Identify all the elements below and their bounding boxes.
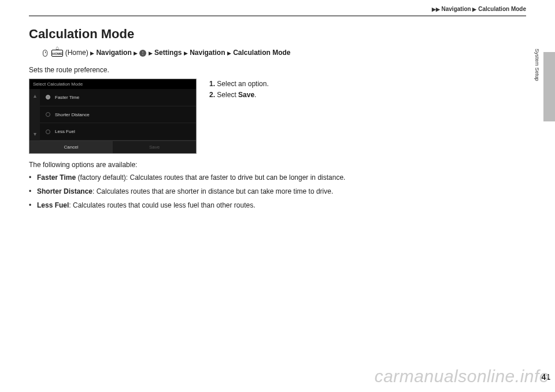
- chevron-right-icon: ▶: [432, 6, 436, 12]
- radio-option[interactable]: Less Fuel: [40, 123, 196, 140]
- option-desc: (factory default): Calculates routes tha…: [76, 173, 345, 182]
- option-name: Shorter Distance: [37, 187, 92, 195]
- home-icon: HOME: [51, 50, 63, 57]
- list-item: Less Fuel: Calculates routes that could …: [29, 200, 353, 210]
- breadcrumb: ▶▶ Navigation ▶ Calculation Mode: [29, 0, 526, 16]
- menu-dots-icon: ⋮: [139, 50, 146, 57]
- chevron-right-icon: ▶: [436, 6, 440, 12]
- chevron-right-icon: ▶: [184, 50, 188, 56]
- radio-option[interactable]: Shorter Distance: [40, 106, 196, 124]
- nav-step: Navigation: [96, 49, 131, 57]
- radio-label: Less Fuel: [55, 129, 75, 134]
- radio-option[interactable]: Faster Time: [40, 89, 196, 106]
- step-text-bold: Save: [238, 91, 254, 99]
- chevron-right-icon: ▶: [227, 50, 231, 56]
- radio-label: Faster Time: [55, 95, 79, 100]
- radio-icon: [46, 112, 50, 117]
- chevron-right-icon: ▶: [134, 50, 138, 56]
- breadcrumb-item: Navigation: [442, 6, 471, 12]
- section-tab: [543, 52, 555, 121]
- radio-label: Shorter Distance: [55, 112, 90, 117]
- chevron-right-icon: ▶: [90, 50, 94, 56]
- step-number: 2.: [209, 91, 215, 99]
- options-list: Faster Time (factory default): Calculate…: [29, 172, 353, 210]
- step-list: 1. Select an option. 2. Select Save.: [209, 79, 269, 154]
- page-number: 41: [541, 372, 550, 382]
- nav-home-label: (Home): [65, 49, 88, 57]
- divider: [29, 16, 526, 16]
- select-icon: [43, 50, 47, 57]
- option-desc: : Calculates routes that are shorter in …: [92, 187, 333, 195]
- save-button[interactable]: Save: [113, 140, 196, 153]
- page-title: Calculation Mode: [29, 27, 526, 42]
- step-item: 2. Select Save.: [209, 90, 269, 101]
- option-name: Faster Time: [37, 173, 76, 182]
- step-text: Select an option.: [217, 80, 268, 88]
- section-tab-label: System Setup: [534, 49, 540, 81]
- step-number: 1.: [209, 80, 215, 88]
- option-name: Less Fuel: [37, 201, 69, 209]
- list-item: Faster Time (factory default): Calculate…: [29, 172, 353, 183]
- radio-icon: [46, 95, 50, 99]
- cancel-button[interactable]: Cancel: [29, 140, 113, 153]
- chevron-down-icon: ▾: [34, 131, 36, 137]
- options-intro: The following options are available:: [29, 161, 526, 169]
- nav-path: HOME (Home) ▶ Navigation ▶ ⋮ ▶ Settings …: [43, 47, 355, 58]
- nav-step: Navigation: [190, 49, 225, 57]
- list-item: Shorter Distance: Calculates routes that…: [29, 186, 353, 197]
- shot-title: Select Calculation Mode: [29, 79, 196, 89]
- intro-text: Sets the route preference.: [29, 66, 526, 74]
- breadcrumb-item: Calculation Mode: [478, 6, 526, 12]
- step-text: Select: [217, 91, 238, 99]
- step-text: .: [254, 91, 256, 99]
- nav-step: Settings: [154, 49, 182, 57]
- radio-icon: [46, 130, 50, 134]
- option-desc: : Calculates routes that could use less …: [69, 201, 255, 209]
- chevron-right-icon: ▶: [149, 50, 153, 56]
- device-screenshot: Select Calculation Mode ▴ ▾ Faster Time …: [29, 79, 197, 154]
- scrollbar: ▴ ▾: [29, 89, 40, 140]
- chevron-up-icon: ▴: [34, 93, 36, 99]
- nav-step: Calculation Mode: [233, 49, 290, 57]
- chevron-right-icon: ▶: [472, 6, 476, 12]
- step-item: 1. Select an option.: [209, 79, 269, 90]
